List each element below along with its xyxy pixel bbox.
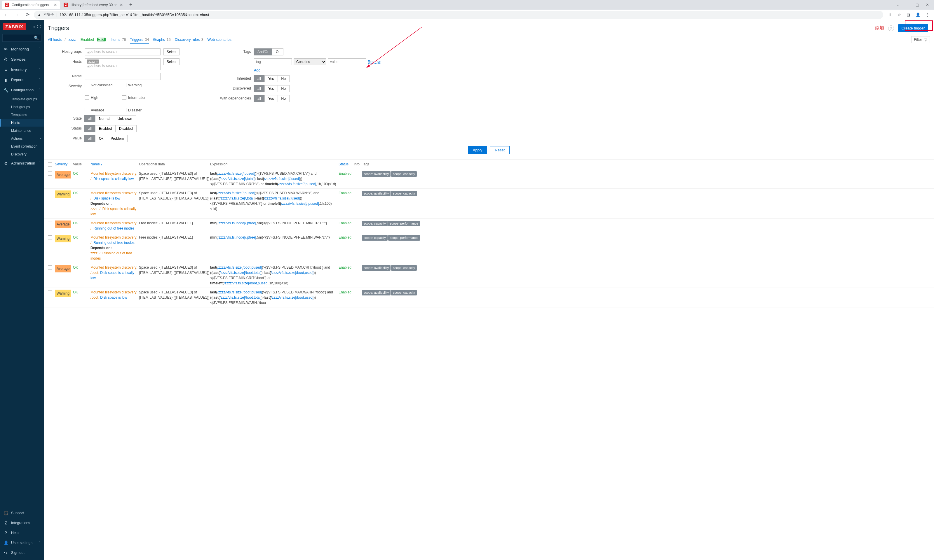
subnav-graphs[interactable]: Graphs 15 xyxy=(153,38,171,42)
window-close-icon[interactable]: ✕ xyxy=(925,3,929,7)
tag-pill[interactable]: scope: capacity xyxy=(391,171,417,177)
status-link[interactable]: Enabled xyxy=(339,265,351,269)
severity-check-high[interactable]: High xyxy=(85,95,114,100)
status-link[interactable]: Enabled xyxy=(339,290,351,294)
tag-pill[interactable]: scope: capacity xyxy=(391,290,417,295)
create-trigger-button[interactable]: Create trigger xyxy=(898,24,928,32)
value-bg-option-problem[interactable]: Problem xyxy=(107,135,128,142)
window-dropdown-icon[interactable]: ⌄ xyxy=(895,3,900,7)
new-tab-button[interactable]: + xyxy=(127,1,135,9)
trigger-name-link[interactable]: Disk space is critically low xyxy=(93,177,134,181)
subnav-discovery-rules[interactable]: Discovery rules 3 xyxy=(175,38,203,42)
apply-button[interactable]: Apply xyxy=(468,146,487,154)
status-link[interactable]: Enabled xyxy=(339,221,351,225)
sidepanel-icon[interactable]: ◨ xyxy=(906,12,911,17)
state-bg-option-unknown[interactable]: Unknown xyxy=(114,115,136,122)
status-link[interactable]: Enabled xyxy=(339,171,351,175)
tag-pill[interactable]: scope: capacity xyxy=(391,265,417,271)
tag-pill[interactable]: scope: availability xyxy=(362,265,390,271)
value-bg-option-all[interactable]: all xyxy=(84,135,96,142)
share-icon[interactable]: ⇧ xyxy=(887,12,892,17)
sidebar-item-services[interactable]: ⏱Servicesˇ xyxy=(0,54,44,65)
sidebar-subitem-discovery[interactable]: Discovery xyxy=(0,150,44,158)
hostgroups-select-button[interactable]: Select xyxy=(163,48,179,55)
expr-link[interactable]: /zzzz/vfs.fs.size[/,total] xyxy=(220,177,254,181)
tab-close-icon[interactable]: ✕ xyxy=(120,3,123,7)
expr-link[interactable]: /zzzz/vfs.fs.size[/,pused] xyxy=(279,182,316,186)
tag-pill[interactable]: scope: performance xyxy=(388,221,420,226)
expr-link[interactable]: /zzzz/vfs.fs.size[/,used] xyxy=(264,196,300,200)
expr-link[interactable]: /zzzz/vfs.fs.size[/boot,pused] xyxy=(224,281,268,285)
tag-operator-select[interactable]: Contains xyxy=(294,58,326,65)
browser-tab-active[interactable]: Z Configuration of triggers ✕ xyxy=(2,1,60,9)
severity-check-disaster[interactable]: Disaster xyxy=(122,108,151,112)
expr-link[interactable]: /zzzz/vfs.fs.size[/boot,pused] xyxy=(217,290,262,294)
tab-close-icon[interactable]: ✕ xyxy=(54,3,57,7)
inh-bg-option-all[interactable]: all xyxy=(254,75,265,82)
sidebar-subitem-host-groups[interactable]: Host groups xyxy=(0,103,44,111)
row-checkbox[interactable] xyxy=(48,235,52,240)
tags-mode-option-andor[interactable]: And/Or xyxy=(254,48,272,55)
row-checkbox[interactable] xyxy=(48,290,52,294)
severity-check-warning[interactable]: Warning xyxy=(122,83,151,87)
reset-button[interactable]: Reset xyxy=(490,146,510,154)
window-maximize-icon[interactable]: ▢ xyxy=(916,3,919,7)
expand-sidebar-icon[interactable]: ⛶ xyxy=(37,25,41,29)
trigger-name-link[interactable]: Disk space is low xyxy=(100,295,127,300)
sidebar-subitem-template-groups[interactable]: Template groups xyxy=(0,95,44,103)
discovery-link[interactable]: Mounted filesystem discovery xyxy=(91,221,136,225)
tag-pill[interactable]: scope: performance xyxy=(388,235,420,241)
tags-mode-option-or[interactable]: Or xyxy=(272,48,284,55)
col-status[interactable]: Status xyxy=(339,162,354,166)
help-icon[interactable]: ? xyxy=(888,25,894,31)
hosts-select-button[interactable]: Select xyxy=(163,58,179,65)
disc-bg-option-yes[interactable]: Yes xyxy=(264,85,278,92)
row-checkbox[interactable] xyxy=(48,221,52,225)
expr-link[interactable]: /zzzz/vfs.fs.inode[/,pfree] xyxy=(217,221,256,225)
expr-link[interactable]: /zzzz/vfs.fs.size[/,total] xyxy=(220,196,254,200)
discovery-link[interactable]: Mounted filesystem discovery xyxy=(91,171,136,175)
severity-check-information[interactable]: Information xyxy=(122,95,151,100)
tag-name-input[interactable] xyxy=(254,58,292,65)
hostgroups-input[interactable]: type here to search xyxy=(85,48,160,55)
sidebar-item-reports[interactable]: ▮Reportsˇ xyxy=(0,75,44,85)
tag-pill[interactable]: scope: availability xyxy=(362,290,390,295)
collapse-sidebar-icon[interactable]: « xyxy=(33,25,35,29)
severity-check-not-classified[interactable]: Not classified xyxy=(85,83,114,87)
inh-bg-option-yes[interactable]: Yes xyxy=(264,75,278,82)
row-checkbox[interactable] xyxy=(48,191,52,195)
forward-icon[interactable]: → xyxy=(13,11,21,19)
sidebar-bottom-support[interactable]: 🎧Support xyxy=(0,508,44,518)
expr-link[interactable]: /zzzz/vfs.fs.inode[/,pfree] xyxy=(217,235,256,240)
status-link[interactable]: Enabled xyxy=(339,191,351,195)
expr-link[interactable]: /zzzz/vfs.fs.size[/boot,used] xyxy=(271,295,313,300)
depends-link[interactable]: zzzz: /: Disk space is critically low xyxy=(91,207,136,216)
tag-pill[interactable]: scope: availability xyxy=(362,191,390,196)
trigger-name-link[interactable]: Running out of free inodes xyxy=(93,226,134,231)
expr-link[interactable]: /zzzz/vfs.fs.size[/,used] xyxy=(264,177,300,181)
depends-link[interactable]: zzzz: /: Running out of free inodes xyxy=(91,251,132,260)
browser-tab-inactive[interactable]: Z History [refreshed every 30 se ✕ xyxy=(61,1,126,9)
expr-link[interactable]: /zzzz/vfs.fs.size[/,pused] xyxy=(217,191,255,195)
col-severity[interactable]: Severity xyxy=(55,162,73,166)
disc-bg-option-all[interactable]: all xyxy=(254,85,265,92)
trigger-name-link[interactable]: Running out of free inodes xyxy=(93,241,134,245)
hosts-input[interactable]: zzzz× type here to search xyxy=(85,58,160,70)
row-checkbox[interactable] xyxy=(48,265,52,269)
bookmark-icon[interactable]: ☆ xyxy=(897,12,902,17)
sidebar-subitem-maintenance[interactable]: Maintenance xyxy=(0,126,44,134)
sidebar-item-inventory[interactable]: ≡Inventoryˇ xyxy=(0,65,44,75)
back-icon[interactable]: ← xyxy=(2,11,11,19)
subnav-items[interactable]: Items 76 xyxy=(111,38,126,42)
sidebar-search[interactable]: 🔍 xyxy=(2,34,42,42)
tag-pill[interactable]: scope: capacity xyxy=(391,191,417,196)
status-bg-option-disabled[interactable]: Disabled xyxy=(115,125,137,132)
status-link[interactable]: Enabled xyxy=(339,235,351,240)
tag-pill[interactable]: scope: capacity xyxy=(362,235,388,241)
name-input[interactable] xyxy=(85,73,160,80)
state-bg-option-normal[interactable]: Normal xyxy=(95,115,114,122)
disc-bg-option-no[interactable]: No xyxy=(277,85,290,92)
sidebar-item-configuration[interactable]: 🔧Configurationˆ xyxy=(0,85,44,95)
sidebar-bottom-help[interactable]: ?Help xyxy=(0,528,44,538)
breadcrumb-allhosts[interactable]: All hosts xyxy=(48,38,62,42)
